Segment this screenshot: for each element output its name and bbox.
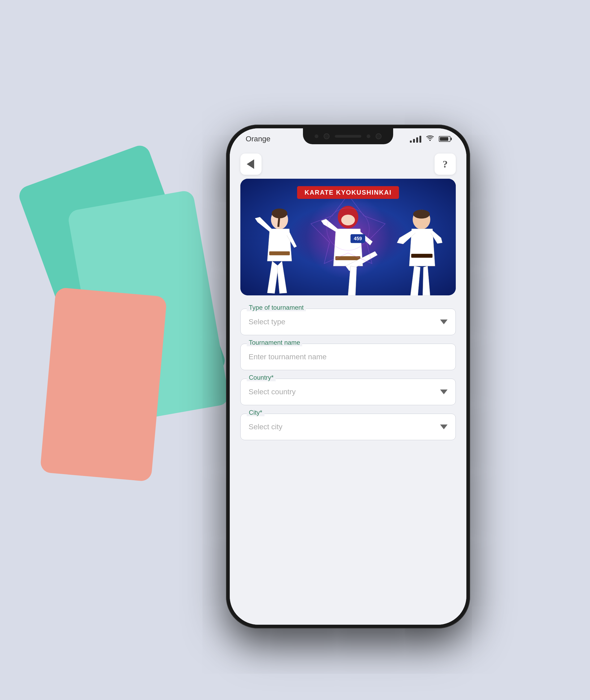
notch-sensor-2 [367,134,370,138]
city-input[interactable]: Select city [240,414,456,440]
hero-label: KARATE KYOKUSHINKAI [297,186,399,199]
tournament-name-label: Tournament name [247,339,302,346]
tournament-name-field[interactable] [249,353,448,361]
country-placeholder: Select country [249,388,296,396]
top-nav: ? [230,149,466,179]
tournament-type-input[interactable]: Select type [240,309,456,335]
carrier-label: Orange [245,135,270,143]
city-label: City* [247,409,265,416]
svg-point-0 [429,139,431,141]
tournament-type-arrow-icon [440,320,448,324]
tournament-name-group: Tournament name [240,344,456,370]
wifi-icon [426,135,434,143]
svg-line-5 [278,215,280,227]
svg-rect-6 [269,251,290,255]
svg-marker-1 [311,195,385,263]
battery-icon [439,136,451,142]
notch-camera [324,133,329,139]
status-icons [410,135,451,143]
back-button[interactable] [240,153,262,175]
form-section: Type of tournament Select type [240,309,456,440]
country-group: Country* Select country [240,379,456,405]
scroll-content[interactable]: KARATE KYOKUSHINKAI [230,179,466,625]
tournament-type-dropdown[interactable]: Select type [249,309,448,335]
tournament-type-placeholder: Select type [249,318,285,326]
city-arrow-icon [440,425,448,429]
notch-speaker [335,135,361,138]
tournament-type-group: Type of tournament Select type [240,309,456,335]
notch-sensor [315,134,318,138]
help-button[interactable]: ? [434,153,456,175]
bg-shape-salmon [40,287,167,482]
phone-body: Orange [226,125,470,628]
app-content: ? KARATE KYOKUSHINKAI [230,149,466,625]
back-arrow-icon [247,159,254,169]
city-placeholder: Select city [249,423,283,431]
country-input[interactable]: Select country [240,379,456,405]
svg-point-13 [413,210,430,219]
notch-camera-2 [376,133,382,139]
country-dropdown[interactable]: Select country [249,379,448,405]
city-group: City* Select city [240,414,456,440]
phone-notch [303,128,393,144]
signal-icon [410,135,421,143]
tournament-name-input[interactable] [240,344,456,370]
city-dropdown[interactable]: Select city [249,414,448,440]
phone-screen: Orange [230,128,466,625]
country-arrow-icon [440,389,448,394]
svg-rect-14 [411,254,432,258]
hero-image: KARATE KYOKUSHINKAI [240,179,456,296]
tournament-type-label: Type of tournament [247,304,306,311]
phone-device: Orange [226,125,470,628]
country-label: Country* [247,374,276,381]
